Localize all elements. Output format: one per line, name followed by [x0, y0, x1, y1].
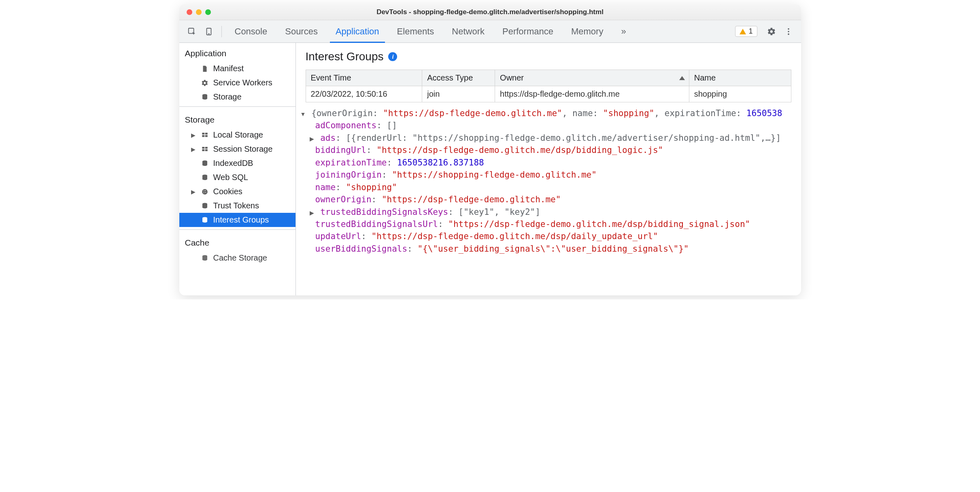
sidebar-item-label: Local Storage	[213, 130, 263, 140]
tab-memory[interactable]: Memory	[562, 20, 612, 42]
disclosure-triangle-icon[interactable]: ▶	[309, 135, 315, 143]
minimize-button[interactable]	[196, 9, 202, 15]
sidebar-section-cache: Cache	[179, 232, 295, 251]
svg-rect-12	[205, 147, 207, 149]
tab-elements[interactable]: Elements	[388, 20, 443, 42]
svg-rect-11	[202, 147, 204, 149]
svg-rect-14	[205, 149, 207, 151]
disclosure-triangle-icon[interactable]: ▶	[191, 132, 196, 138]
sidebar-section-storage: Storage	[179, 109, 295, 128]
database-icon	[200, 173, 209, 182]
inspector-row-tbsk[interactable]: ▶ trustedBiddingSignalsKeys: ["key1", "k…	[300, 206, 794, 218]
toolbar-separator	[221, 26, 222, 37]
database-icon	[200, 254, 209, 263]
panel-tabs: Console Sources Application Elements Net…	[226, 20, 635, 42]
cell-name: shopping	[689, 86, 791, 102]
svg-rect-8	[205, 133, 207, 135]
info-icon[interactable]: i	[388, 52, 397, 61]
sidebar-item-label: IndexedDB	[213, 159, 253, 168]
svg-rect-13	[202, 149, 204, 151]
sidebar-item-storage[interactable]: Storage	[179, 90, 295, 104]
window-title: DevTools - shopping-fledge-demo.glitch.m…	[179, 8, 801, 16]
inspector-row-ownerorigin[interactable]: ownerOrigin: "https://dsp-fledge-demo.gl…	[300, 193, 794, 206]
sidebar-item-service-workers[interactable]: Service Workers	[179, 76, 295, 90]
sidebar-item-interest-groups[interactable]: Interest Groups	[179, 213, 295, 227]
warning-icon	[740, 29, 746, 34]
table-icon	[200, 145, 209, 154]
titlebar: DevTools - shopping-fledge-demo.glitch.m…	[179, 4, 801, 20]
col-access-type[interactable]: Access Type	[422, 70, 495, 86]
svg-point-5	[788, 33, 789, 35]
devtools-window: DevTools - shopping-fledge-demo.glitch.m…	[179, 4, 801, 295]
sidebar-item-label: Web SQL	[213, 173, 248, 182]
inspector-row-updateurl[interactable]: updateUrl: "https://dsp-fledge-demo.glit…	[300, 230, 794, 242]
disclosure-triangle-icon[interactable]: ▶	[309, 209, 315, 217]
sidebar-section-application: Application	[179, 43, 295, 62]
sidebar-item-label: Session Storage	[213, 144, 273, 154]
sidebar-item-session-storage[interactable]: ▶ Session Storage	[179, 142, 295, 156]
zoom-button[interactable]	[205, 9, 211, 15]
kebab-menu-icon[interactable]	[782, 25, 795, 38]
inspector-row-tbsu[interactable]: trustedBiddingSignalsUrl: "https://dsp-f…	[300, 218, 794, 230]
svg-point-17	[202, 189, 208, 195]
tab-sources[interactable]: Sources	[276, 20, 327, 42]
content-pane: Interest Groups i Event Time Access Type…	[296, 43, 801, 295]
sidebar-item-manifest[interactable]: Manifest	[179, 62, 295, 76]
sidebar-item-label: Manifest	[213, 64, 244, 73]
sidebar: Application Manifest Service Workers Sto…	[179, 43, 296, 295]
close-button[interactable]	[187, 9, 192, 15]
sidebar-item-indexeddb[interactable]: IndexedDB	[179, 156, 295, 170]
inspector-row-biddingurl[interactable]: biddingUrl: "https://dsp-fledge-demo.gli…	[300, 144, 794, 156]
disclosure-triangle-icon[interactable]: ▼	[300, 110, 306, 118]
inspector-row-expirationtime[interactable]: expirationTime: 1650538216.837188	[300, 157, 794, 169]
tab-console[interactable]: Console	[226, 20, 276, 42]
tab-application[interactable]: Application	[327, 20, 388, 42]
cell-access-type: join	[422, 86, 495, 102]
sidebar-item-label: Service Workers	[213, 78, 272, 87]
inspector-row-ads[interactable]: ▶ ads: [{renderUrl: "https://shopping-fl…	[300, 132, 794, 144]
events-table: Event Time Access Type Owner Name 22/03/…	[306, 70, 791, 102]
tab-performance[interactable]: Performance	[493, 20, 562, 42]
inspector-summary[interactable]: ▼ {ownerOrigin: "https://dsp-fledge-demo…	[300, 107, 794, 119]
sidebar-item-local-storage[interactable]: ▶ Local Storage	[179, 128, 295, 142]
svg-point-18	[203, 190, 204, 191]
disclosure-triangle-icon[interactable]: ▶	[191, 189, 196, 195]
col-name[interactable]: Name	[689, 70, 791, 86]
inspector-row-userbiddingsignals[interactable]: userBiddingSignals: "{\"user_bidding_sig…	[300, 243, 794, 255]
warning-count: 1	[748, 27, 753, 36]
sidebar-item-trust-tokens[interactable]: Trust Tokens	[179, 199, 295, 213]
inspector-row-name[interactable]: name: "shopping"	[300, 181, 794, 193]
svg-rect-7	[202, 133, 204, 135]
toolbar: Console Sources Application Elements Net…	[179, 20, 801, 43]
sidebar-item-web-sql[interactable]: Web SQL	[179, 170, 295, 184]
pane-title: Interest Groups	[306, 50, 384, 63]
settings-icon[interactable]	[765, 25, 778, 38]
sort-asc-icon	[679, 76, 685, 80]
sidebar-item-label: Storage	[213, 92, 242, 102]
col-event-time[interactable]: Event Time	[306, 70, 422, 86]
inspector-row-joiningorigin[interactable]: joiningOrigin: "https://shopping-fledge-…	[300, 169, 794, 181]
file-icon	[200, 64, 209, 73]
col-owner[interactable]: Owner	[495, 70, 689, 86]
sidebar-divider	[179, 106, 295, 107]
tab-network[interactable]: Network	[443, 20, 493, 42]
warning-badge[interactable]: 1	[735, 26, 757, 37]
table-header-row: Event Time Access Type Owner Name	[306, 70, 791, 86]
database-icon	[200, 216, 209, 225]
device-toolbar-icon[interactable]	[202, 25, 216, 38]
sidebar-item-cookies[interactable]: ▶ Cookies	[179, 184, 295, 199]
window-controls	[179, 9, 211, 15]
main-split: Application Manifest Service Workers Sto…	[179, 43, 801, 295]
svg-point-20	[205, 192, 206, 193]
sidebar-item-label: Cookies	[213, 187, 242, 196]
sidebar-item-cache-storage[interactable]: Cache Storage	[179, 251, 295, 265]
inspector-row-adcomponents[interactable]: adComponents: []	[300, 119, 794, 131]
disclosure-triangle-icon[interactable]: ▶	[191, 146, 196, 153]
database-icon	[200, 201, 209, 210]
cell-event-time: 22/03/2022, 10:50:16	[306, 86, 422, 102]
table-icon	[200, 131, 209, 140]
tab-more[interactable]: »	[612, 20, 635, 42]
table-row[interactable]: 22/03/2022, 10:50:16 join https://dsp-fl…	[306, 86, 791, 102]
inspect-element-icon[interactable]	[185, 25, 199, 38]
svg-rect-10	[205, 135, 207, 137]
